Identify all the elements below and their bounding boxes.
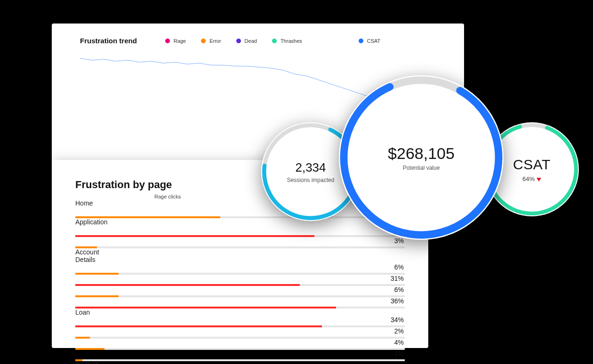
metric-cell: 6% <box>75 263 405 275</box>
legend-item-thrashes: Thrashes <box>272 38 302 44</box>
donut-value: CSAT <box>513 157 551 173</box>
metric-cell: 36% <box>75 297 405 309</box>
trend-down-icon <box>537 178 541 182</box>
dot-icon <box>359 39 363 43</box>
metric-cell: 2% <box>75 327 405 339</box>
metric-bar <box>75 307 336 309</box>
page-label: Contact <box>75 361 405 364</box>
page-label: Account <box>75 248 405 256</box>
donut-csat-pct: 64% <box>513 175 551 182</box>
dot-icon <box>236 39 241 43</box>
metric-bar <box>75 359 82 361</box>
dot-icon <box>272 39 277 43</box>
legend-item-dead: Dead <box>236 38 257 44</box>
legend-item-rage: Rage <box>165 38 186 44</box>
metric-cell: 1% <box>75 350 405 361</box>
dot-icon <box>165 39 170 43</box>
legend-item-error: Error <box>201 38 221 44</box>
metric-value: 34% <box>75 316 405 324</box>
metric-value: 1% <box>75 350 405 357</box>
donut-label: Potential value <box>388 165 455 171</box>
legend-label: Error <box>209 38 221 44</box>
metric-value: 31% <box>75 275 405 282</box>
metric-value: 2% <box>75 327 405 335</box>
trend-title: Frustration trend <box>80 37 137 45</box>
dot-icon <box>201 39 206 43</box>
legend-label: CSAT <box>367 38 381 44</box>
legend-item-csat: CSAT <box>359 38 381 44</box>
metric-cell: 4% <box>75 339 405 350</box>
metric-cell: 31% <box>75 275 405 286</box>
metric-value: 6% <box>75 263 405 271</box>
donut-value: 2,334 <box>287 160 335 175</box>
metric-value: 36% <box>75 297 405 305</box>
legend-label: Dead <box>245 38 257 44</box>
metric-bar <box>75 216 220 218</box>
metric-bar <box>75 246 97 248</box>
metric-value: 4% <box>75 339 405 346</box>
donut-potential-value: $268,105 Potential value <box>339 75 504 240</box>
metric-cell: 6% <box>75 286 405 297</box>
metric-value: 6% <box>75 286 405 293</box>
col-head-rage-clicks: Rage clicks <box>154 194 207 199</box>
metric-cell: 34% <box>75 316 405 327</box>
page-label: Loan <box>75 309 405 316</box>
page-label: Details <box>75 256 405 263</box>
donut-value: $268,105 <box>388 144 455 163</box>
legend-label: Thrashes <box>280 38 302 44</box>
donut-label: Sessions impacted <box>287 177 335 183</box>
trend-header: Frustration trend Rage Error Dead Thrash… <box>80 37 450 45</box>
legend-label: Rage <box>174 38 186 44</box>
trend-legend: Rage Error Dead Thrashes CSAT <box>165 38 380 44</box>
